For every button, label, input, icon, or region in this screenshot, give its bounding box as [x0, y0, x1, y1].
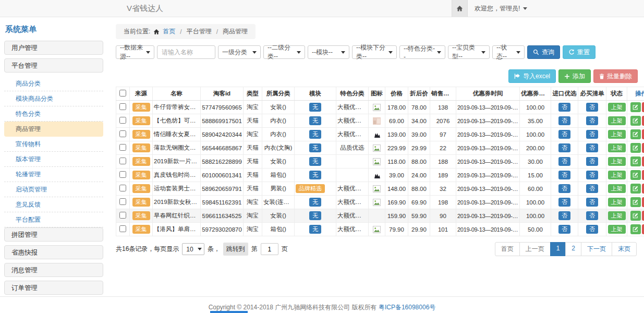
edit-button[interactable] — [630, 211, 641, 221]
delete-button[interactable] — [642, 224, 644, 234]
import-select-badge[interactable]: 否 — [558, 116, 570, 125]
must-buy-badge[interactable]: 否 — [586, 211, 598, 220]
search-button[interactable]: 查询 — [527, 45, 560, 59]
sidebar-item[interactable]: 宣传物料 — [4, 137, 103, 152]
row-checkbox[interactable] — [119, 212, 126, 219]
import-select-badge[interactable]: 否 — [558, 225, 570, 234]
must-buy-badge[interactable]: 否 — [586, 103, 598, 112]
status-badge[interactable]: 上架 — [608, 225, 626, 234]
filter-select-item-type[interactable]: --宝贝类型-- — [448, 45, 490, 59]
must-buy-badge[interactable]: 否 — [586, 184, 598, 193]
import-select-badge[interactable]: 否 — [558, 130, 570, 139]
sidebar-item[interactable]: 平台配置 — [4, 212, 103, 227]
page-button[interactable]: 2 — [565, 242, 581, 256]
row-checkbox[interactable] — [119, 103, 126, 110]
must-buy-badge[interactable]: 否 — [586, 143, 598, 152]
must-buy-badge[interactable]: 否 — [586, 198, 598, 207]
import-excel-button[interactable]: 导入excel — [508, 69, 556, 83]
must-buy-badge[interactable]: 否 — [586, 171, 598, 179]
filter-select-level2-category[interactable]: --二级分类-- — [263, 45, 305, 59]
filter-select-feature-category[interactable]: --特色分类-- — [399, 45, 445, 59]
sidebar-item[interactable]: 意见反馈 — [4, 197, 103, 212]
import-select-badge[interactable]: 否 — [558, 143, 570, 152]
page-button[interactable]: 1 — [550, 242, 566, 256]
delete-button[interactable] — [642, 211, 644, 221]
must-buy-badge[interactable]: 否 — [586, 225, 598, 234]
sidebar-item[interactable]: 商品管理 — [4, 122, 103, 137]
delete-button[interactable] — [642, 184, 644, 194]
filter-select-module[interactable]: --模块-- — [308, 45, 349, 59]
status-badge[interactable]: 上架 — [608, 157, 626, 166]
status-badge[interactable]: 上架 — [608, 198, 626, 207]
edit-button[interactable] — [630, 116, 641, 126]
bulk-delete-button[interactable]: 批量删除 — [593, 69, 638, 83]
must-buy-badge[interactable]: 否 — [586, 157, 598, 166]
edit-button[interactable] — [630, 156, 641, 166]
status-badge[interactable]: 上架 — [608, 184, 626, 193]
edit-button[interactable] — [630, 129, 641, 139]
import-select-badge[interactable]: 否 — [558, 198, 570, 207]
delete-button[interactable] — [642, 102, 644, 112]
delete-button[interactable] — [642, 170, 644, 180]
row-checkbox[interactable] — [119, 144, 126, 151]
sidebar-group[interactable]: 省惠快报 — [4, 245, 103, 259]
filter-select-data-source[interactable]: --数据来源-- — [116, 45, 154, 59]
page-button[interactable]: 下一页 — [581, 242, 612, 256]
sidebar-group[interactable]: 拼团管理 — [4, 227, 103, 242]
import-select-badge[interactable]: 否 — [558, 171, 570, 179]
sidebar-group[interactable]: 平台管理 — [4, 58, 103, 73]
per-page-select[interactable]: 10 — [182, 243, 204, 255]
icp-link[interactable]: 粤ICP备16098006号 — [379, 304, 435, 311]
delete-button[interactable] — [642, 197, 644, 207]
status-badge[interactable]: 上架 — [608, 130, 626, 139]
status-badge[interactable]: 上架 — [608, 116, 626, 125]
status-badge[interactable]: 上架 — [608, 143, 626, 152]
status-badge[interactable]: 上架 — [608, 171, 626, 179]
sidebar-item[interactable]: 轮播管理 — [4, 167, 103, 182]
edit-button[interactable] — [630, 184, 641, 194]
import-select-badge[interactable]: 否 — [558, 184, 570, 193]
edit-button[interactable] — [630, 197, 641, 207]
sidebar-item[interactable]: 商品分类 — [4, 76, 103, 91]
sidebar-item[interactable]: 模块商品分类 — [4, 91, 103, 106]
status-badge[interactable]: 上架 — [608, 211, 626, 220]
reset-button[interactable]: 重置 — [563, 45, 596, 59]
must-buy-badge[interactable]: 否 — [586, 130, 598, 139]
breadcrumb-home-link[interactable]: 首页 — [163, 27, 175, 36]
edit-button[interactable] — [630, 170, 641, 180]
delete-button[interactable] — [642, 156, 644, 166]
sidebar-item[interactable]: 特色分类 — [4, 106, 103, 122]
row-checkbox[interactable] — [119, 158, 126, 164]
edit-button[interactable] — [630, 143, 641, 153]
select-all-checkbox[interactable] — [119, 90, 126, 97]
row-checkbox[interactable] — [119, 225, 126, 232]
edit-button[interactable] — [630, 102, 641, 112]
jump-button[interactable]: 跳转到 — [223, 243, 248, 256]
delete-button[interactable] — [642, 116, 644, 126]
status-badge[interactable]: 上架 — [608, 103, 626, 112]
page-button[interactable]: 末页 — [612, 242, 637, 256]
topbar-home-button[interactable] — [452, 0, 468, 17]
filter-select-status[interactable]: --状态-- — [492, 45, 525, 59]
sidebar-group[interactable]: 订单管理 — [4, 281, 103, 295]
row-checkbox[interactable] — [119, 171, 126, 178]
filter-select-module-subcategory[interactable]: --模块下分类-- — [352, 45, 397, 59]
import-select-badge[interactable]: 否 — [558, 103, 570, 112]
delete-button[interactable] — [642, 143, 644, 153]
sidebar-group[interactable]: 消息管理 — [4, 263, 103, 277]
jump-page-input[interactable] — [261, 243, 278, 255]
row-checkbox[interactable] — [119, 185, 126, 191]
row-checkbox[interactable] — [119, 130, 126, 137]
sidebar-item[interactable]: 版本管理 — [4, 152, 103, 167]
add-button[interactable]: 添加 — [558, 69, 591, 83]
user-menu[interactable]: 欢迎您，管理员! — [475, 4, 527, 13]
delete-button[interactable] — [642, 129, 644, 139]
must-buy-badge[interactable]: 否 — [586, 116, 598, 125]
import-select-badge[interactable]: 否 — [558, 157, 570, 166]
name-search-input[interactable] — [157, 45, 215, 59]
row-checkbox[interactable] — [119, 117, 126, 124]
sidebar-group[interactable]: 用户管理 — [4, 41, 103, 55]
edit-button[interactable] — [630, 224, 641, 234]
row-checkbox[interactable] — [119, 198, 126, 205]
import-select-badge[interactable]: 否 — [558, 211, 570, 220]
